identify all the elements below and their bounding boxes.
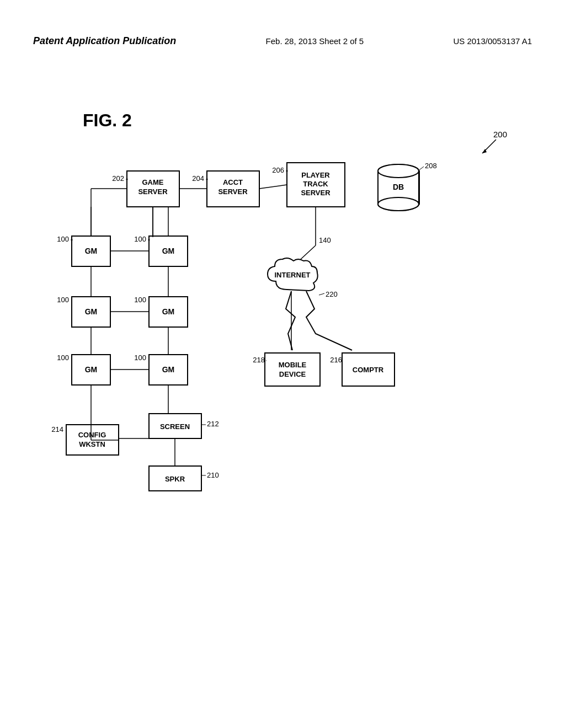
diagram-svg: GAME SERVER ACCT SERVER PLAYER TRACK SER… — [44, 154, 524, 689]
svg-text:GM: GM — [162, 365, 175, 374]
svg-text:100: 100 — [134, 296, 146, 304]
svg-text:140: 140 — [319, 236, 331, 244]
svg-rect-37 — [265, 353, 320, 386]
svg-text:SERVER: SERVER — [138, 188, 168, 196]
svg-text:CONFIG: CONFIG — [78, 431, 106, 439]
svg-text:PLAYER: PLAYER — [301, 171, 330, 179]
svg-text:204: 204 — [192, 174, 204, 183]
svg-line-30 — [259, 185, 287, 189]
svg-text:GM: GM — [85, 365, 98, 374]
svg-text:206: 206 — [272, 166, 284, 174]
svg-text:GAME: GAME — [142, 178, 164, 186]
svg-line-35 — [319, 293, 324, 295]
svg-text:DEVICE: DEVICE — [279, 370, 306, 378]
svg-text:GM: GM — [162, 247, 175, 255]
svg-text:GM: GM — [162, 307, 175, 316]
svg-text:INTERNET: INTERNET — [275, 271, 311, 279]
svg-text:SPKR: SPKR — [165, 475, 185, 483]
svg-text:DB: DB — [393, 183, 404, 191]
svg-text:216: 216 — [330, 356, 342, 364]
svg-text:GM: GM — [85, 307, 98, 316]
svg-text:TRACK: TRACK — [303, 180, 328, 188]
svg-text:100: 100 — [134, 235, 146, 243]
svg-text:202: 202 — [112, 174, 124, 183]
svg-line-36 — [301, 245, 316, 259]
svg-text:210: 210 — [207, 471, 219, 479]
svg-text:MOBILE: MOBILE — [279, 361, 307, 369]
svg-text:220: 220 — [326, 290, 338, 298]
svg-text:SERVER: SERVER — [301, 189, 331, 197]
svg-text:COMPTR: COMPTR — [353, 366, 384, 374]
date-sheet-label: Feb. 28, 2013 Sheet 2 of 5 — [266, 36, 364, 46]
figure-label: FIG. 2 — [83, 110, 132, 131]
svg-text:218: 218 — [253, 356, 265, 364]
header: Patent Application Publication Feb. 28, … — [0, 35, 565, 47]
page: Patent Application Publication Feb. 28, … — [0, 0, 565, 728]
svg-text:100: 100 — [134, 354, 146, 362]
svg-text:212: 212 — [207, 420, 219, 428]
publication-label: Patent Application Publication — [33, 35, 176, 47]
svg-text:100: 100 — [57, 235, 69, 243]
svg-text:GM: GM — [85, 247, 98, 255]
svg-text:ACCT: ACCT — [223, 178, 243, 186]
svg-point-16 — [378, 164, 419, 178]
svg-text:SERVER: SERVER — [218, 188, 248, 196]
svg-text:208: 208 — [425, 162, 437, 170]
svg-point-19 — [378, 197, 419, 211]
patent-number-label: US 2013/0053137 A1 — [453, 36, 532, 46]
svg-text:100: 100 — [57, 296, 69, 304]
svg-line-28 — [419, 167, 424, 170]
svg-text:SCREEN: SCREEN — [160, 422, 190, 431]
svg-text:WKSTN: WKSTN — [79, 440, 105, 448]
svg-text:214: 214 — [51, 425, 63, 433]
svg-text:100: 100 — [57, 354, 69, 362]
